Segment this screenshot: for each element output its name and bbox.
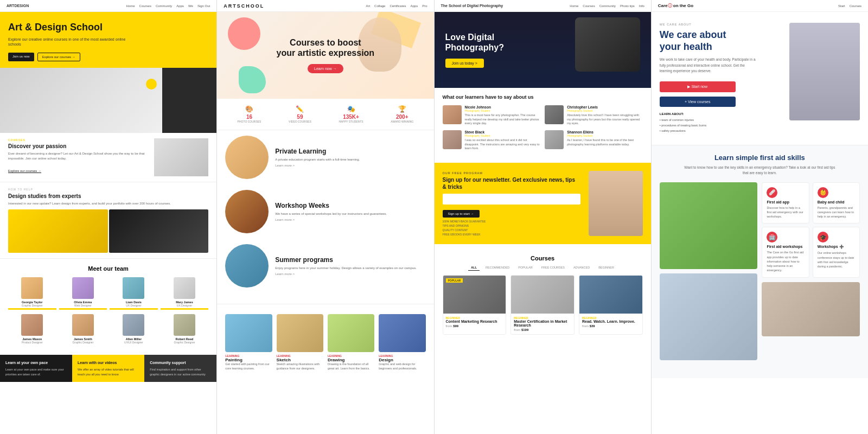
p2-course-name-1[interactable]: Sketch bbox=[277, 358, 323, 362]
p1-nav-apps[interactable]: Apps bbox=[176, 4, 184, 8]
p3-tab-free[interactable]: FREE COURSES bbox=[539, 265, 567, 271]
p3-card-title-1[interactable]: Master Certification in Market Research bbox=[514, 320, 571, 327]
p4-hero-content: WE CARE ABOUT We care aboutyour health W… bbox=[660, 23, 789, 134]
p3-nav-info[interactable]: Info bbox=[639, 4, 644, 8]
p1-nav-home[interactable]: Home bbox=[126, 4, 135, 8]
p3-hero-button[interactable]: Join us today > bbox=[445, 59, 484, 68]
p3-card-badge-0: POPULAR bbox=[446, 278, 463, 283]
p3-logo[interactable]: The School of Digital Photography bbox=[441, 4, 503, 8]
p4-start-button[interactable]: ▶ Start now bbox=[660, 81, 736, 92]
p1-discover-section: COURSES Discover your passion Ever dream… bbox=[0, 133, 216, 182]
p4-fa-grid: 🩹 First aid app Discover how to help in … bbox=[660, 182, 860, 365]
p2-feature-link-1[interactable]: Learn more > bbox=[275, 218, 387, 221]
p1-explore-button[interactable]: Explore our courses → bbox=[37, 53, 80, 61]
p4-courses-button[interactable]: + View courses bbox=[660, 97, 736, 107]
p4-fa-card-3: 🎓 Workshops ➕ Our online workshops confe… bbox=[813, 227, 860, 277]
p3-course-card-2: BEGINNER Read. Watch. Learn. Improve. fr… bbox=[579, 275, 643, 335]
p2-feature-2: Summer programs Enjoy programs here in y… bbox=[225, 244, 425, 288]
p3-tab-popular[interactable]: POPULAR bbox=[515, 265, 535, 271]
p4-hero-body: We work to take care of your health and … bbox=[660, 57, 757, 74]
p3-card-img-2 bbox=[579, 276, 642, 314]
p2-feature-title-1: Workshop Weeks bbox=[275, 202, 387, 209]
p3-card-content-1: BEGINNER Master Certification in Market … bbox=[511, 314, 574, 334]
p4-fa-card-title-2: First aid workshops bbox=[767, 245, 804, 248]
p1-nav-signout[interactable]: Sign Out bbox=[197, 4, 210, 8]
p3-nav-courses[interactable]: Courses bbox=[583, 4, 595, 8]
p2-feature-img-0 bbox=[225, 136, 269, 179]
p1-join-button[interactable]: Join us now bbox=[8, 53, 34, 61]
p2-feature-title-0: Private Learning bbox=[275, 148, 360, 155]
p3-tab-all[interactable]: ALL bbox=[468, 265, 480, 271]
p1-member-5: James Smith Graphic Designer bbox=[59, 314, 107, 344]
p4-logo[interactable]: Careⓘ on the Go bbox=[658, 3, 693, 9]
p1-logo[interactable]: ARTDESIGN bbox=[7, 4, 29, 8]
p1-hero-subtitle: Explore our creative online courses in o… bbox=[8, 37, 127, 48]
p2-course-name-2[interactable]: Drawing bbox=[328, 358, 374, 362]
p3-test-text-2: Steve Black Photography Student I was so… bbox=[465, 130, 541, 151]
p2-nav-art[interactable]: Art bbox=[366, 4, 370, 8]
p2-nav-collage[interactable]: Collage bbox=[374, 4, 385, 8]
p1-discover-body: Ever dreamt of becoming a designer? Let … bbox=[8, 151, 149, 161]
p3-card-title-2[interactable]: Read. Watch. Learn. Improve. bbox=[582, 320, 640, 323]
p3-test-title: What our learners have to say about us bbox=[443, 94, 643, 100]
p3-card-price-0: from $99 bbox=[446, 324, 503, 328]
p2-hero: Courses to boostyour artistic expression… bbox=[217, 12, 433, 99]
p1-footer-body1: Learn at your own pace and make sure you… bbox=[5, 367, 67, 376]
p3-tab-beginner[interactable]: BEGINNER bbox=[596, 265, 617, 271]
p4-learn-title: LEARN ABOUT: bbox=[660, 112, 784, 116]
p4-fa-card-0: 🩹 First aid app Discover how to help in … bbox=[762, 182, 809, 224]
p4-fa-card-2: 🏥 First aid workshops The Care on the Go… bbox=[762, 227, 809, 277]
p2-stat-num-1: 59 bbox=[289, 114, 311, 120]
p1-nav-courses[interactable]: Courses bbox=[139, 4, 151, 8]
p1-pencils-image bbox=[162, 68, 216, 133]
p4-nav-courses[interactable]: Courses bbox=[850, 4, 861, 8]
p3-tab-recommended[interactable]: RECOMMENDED bbox=[483, 265, 512, 271]
p1-nav-community[interactable]: Community bbox=[156, 4, 172, 8]
p3-card-img-0: POPULAR bbox=[443, 276, 506, 314]
p3-test-1: Christopher Lewis Photography Student Ab… bbox=[545, 105, 643, 126]
p3-nav-home[interactable]: Home bbox=[570, 4, 578, 8]
p1-nav-we[interactable]: We bbox=[188, 4, 193, 8]
p2-shape-green bbox=[239, 66, 266, 93]
p4-fa-img-child bbox=[660, 182, 758, 269]
p1-member-role-1: Web Designer bbox=[59, 304, 107, 307]
p2-course-name-0[interactable]: Painting bbox=[225, 358, 272, 362]
p4-nav-start[interactable]: Start bbox=[838, 4, 845, 8]
p2-stats: 🎨 16 PHOTO COURSES ✏️ 59 VIDEO COURSES 🎭… bbox=[217, 99, 433, 130]
p3-nl-check-2: QUALITY CONTENT bbox=[443, 228, 580, 232]
p2-stat-icon-3: 🏆 bbox=[391, 105, 413, 113]
p3-nl-email-input[interactable] bbox=[443, 194, 580, 205]
p1-avatar-7 bbox=[174, 314, 195, 336]
p4-learn-item-0: • team of common injuries bbox=[660, 118, 784, 123]
p3-nav-community[interactable]: Community bbox=[599, 4, 616, 8]
p3-nl-label: OUR FREE PROGRAM bbox=[443, 171, 580, 175]
p4-navbar: Careⓘ on the Go Start Courses bbox=[652, 0, 868, 12]
p2-course-name-3[interactable]: Design bbox=[379, 358, 425, 362]
p2-feature-img-1 bbox=[225, 190, 269, 233]
p2-nav-pro[interactable]: Pro bbox=[422, 4, 427, 8]
p2-logo[interactable]: ARTSCHOOL bbox=[224, 3, 264, 9]
p1-nav-links: Home Courses Community Apps We Sign Out bbox=[126, 4, 210, 8]
p2-feature-link-2[interactable]: Learn more > bbox=[275, 272, 417, 276]
p3-test-avatar-2 bbox=[443, 130, 462, 149]
p1-exp-image1 bbox=[8, 209, 108, 253]
p4-logo-accent: ⓘ bbox=[668, 3, 672, 8]
p1-team-grid-top: Georgia Taylor Graphic Designer Olivia E… bbox=[8, 277, 208, 310]
p4-fa-card-icon-2: 🏥 bbox=[767, 232, 777, 242]
p2-nav-certs[interactable]: Certificates bbox=[390, 4, 406, 8]
p1-discover-link[interactable]: Explore our courses → bbox=[8, 169, 41, 173]
p3-newsletter: OUR FREE PROGRAM Sign up for our newslet… bbox=[435, 163, 651, 244]
p2-hero-button[interactable]: Learn now → bbox=[308, 64, 343, 73]
p3-nl-check-0: 100% MONEY-BACK GUARANTEE bbox=[443, 220, 580, 223]
p3-card-title-0[interactable]: Content Marketing Research bbox=[446, 320, 503, 323]
p3-test-body-3: As I learner, I have found this to be on… bbox=[567, 138, 643, 146]
p3-test-role-1: Photography Student bbox=[567, 109, 643, 112]
p3-nav-phototips[interactable]: Photo tips bbox=[620, 4, 635, 8]
p3-tab-advanced[interactable]: ADVANCED bbox=[571, 265, 592, 271]
p2-stat-icon-0: 🎨 bbox=[238, 105, 261, 113]
p2-feature-link-0[interactable]: Learn more > bbox=[275, 164, 360, 167]
p3-test-avatar-3 bbox=[545, 130, 564, 149]
p2-nav-apps[interactable]: Apps bbox=[410, 4, 418, 8]
p3-nl-submit-button[interactable]: Sign up to start → bbox=[443, 210, 480, 218]
p1-footer-title1: Learn at your own pace bbox=[5, 360, 67, 365]
